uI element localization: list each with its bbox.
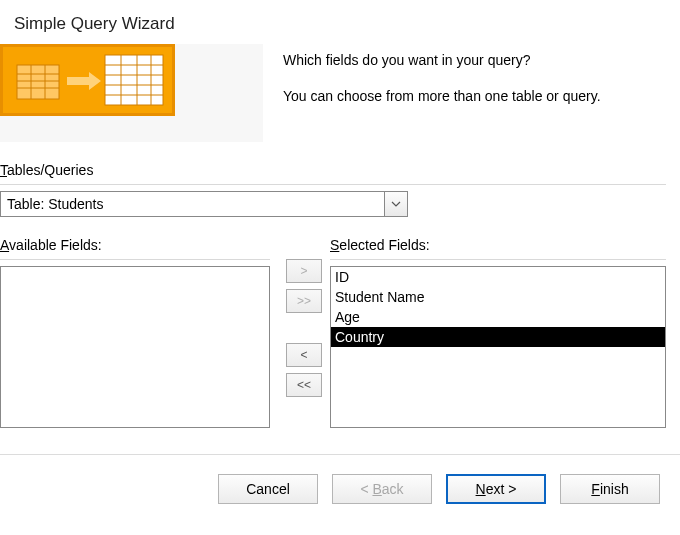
selected-fields-label: Selected Fields: — [330, 223, 666, 257]
remove-field-button[interactable]: < — [286, 343, 322, 367]
intro-text: Which fields do you want in your query? … — [263, 44, 680, 124]
selected-fields-listbox[interactable]: IDStudent NameAgeCountry — [330, 266, 666, 428]
intro-line1: Which fields do you want in your query? — [283, 52, 660, 68]
wizard-illustration — [0, 44, 175, 116]
tables-queries-label: Tables/Queries — [0, 144, 666, 182]
remove-all-fields-button[interactable]: << — [286, 373, 322, 397]
svg-marker-14 — [67, 72, 101, 90]
chevron-down-icon — [391, 201, 401, 207]
svg-rect-0 — [17, 65, 59, 99]
tables-queries-input[interactable] — [0, 191, 384, 217]
divider — [0, 259, 270, 260]
back-button[interactable]: < Back — [332, 474, 432, 504]
divider — [330, 259, 666, 260]
available-fields-label: Available Fields: — [0, 223, 270, 257]
dialog-button-row: Cancel < Back Next > Finish — [0, 456, 680, 504]
list-item[interactable]: Country — [331, 327, 665, 347]
tables-queries-combo[interactable] — [0, 191, 408, 217]
available-fields-col: Available Fields: — [0, 223, 270, 428]
add-field-button[interactable]: > — [286, 259, 322, 283]
finish-button[interactable]: Finish — [560, 474, 660, 504]
intro-line2: You can choose from more than one table … — [283, 88, 660, 104]
list-item[interactable]: Age — [331, 307, 665, 327]
top-row: Which fields do you want in your query? … — [0, 44, 680, 142]
illustration-wrap — [0, 44, 263, 142]
list-item[interactable]: Student Name — [331, 287, 665, 307]
combo-dropdown-button[interactable] — [384, 191, 408, 217]
add-all-fields-button[interactable]: >> — [286, 289, 322, 313]
list-item[interactable]: ID — [331, 267, 665, 287]
move-buttons-column: > >> < << — [278, 223, 330, 428]
fields-row: Available Fields: > >> < << Selected Fie… — [0, 223, 680, 428]
wizard-title: Simple Query Wizard — [0, 0, 680, 44]
svg-rect-6 — [105, 55, 163, 105]
selected-fields-col: Selected Fields: IDStudent NameAgeCountr… — [330, 223, 666, 428]
tables-queries-section: Tables/Queries — [0, 142, 666, 217]
next-button[interactable]: Next > — [446, 474, 546, 504]
available-fields-listbox[interactable] — [0, 266, 270, 428]
cancel-button[interactable]: Cancel — [218, 474, 318, 504]
query-tables-icon — [3, 47, 178, 119]
divider — [0, 184, 666, 185]
